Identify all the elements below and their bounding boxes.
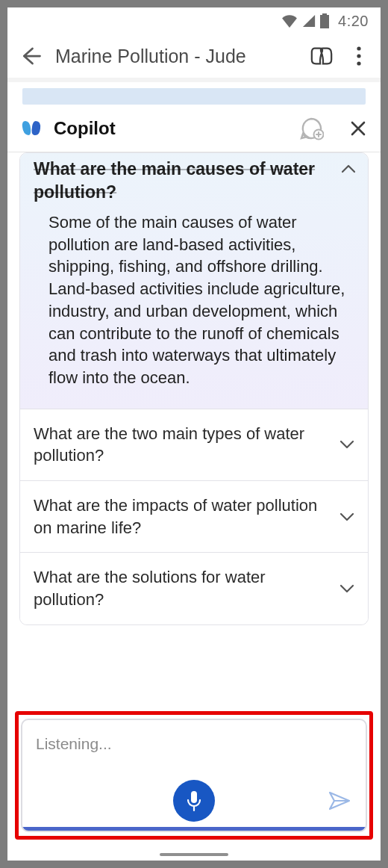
svg-point-2 <box>357 46 360 50</box>
chevron-up-icon[interactable] <box>341 164 356 174</box>
prompt-placeholder: Listening... <box>36 735 352 753</box>
clock-text: 4:20 <box>338 13 369 30</box>
overflow-menu-button[interactable] <box>348 40 370 72</box>
qa-item-collapsed[interactable]: What are the two main types of water pol… <box>20 409 368 480</box>
svg-point-4 <box>357 61 360 65</box>
microphone-button[interactable] <box>173 780 215 822</box>
prompt-input[interactable]: Listening... <box>21 719 367 832</box>
svg-rect-1 <box>322 13 327 16</box>
document-peek <box>7 82 381 105</box>
copilot-bar: Copilot <box>7 105 381 152</box>
svg-rect-6 <box>191 791 197 803</box>
qa-answer: Some of the main causes of water polluti… <box>34 211 354 389</box>
app-header: Marine Pollution - Jude <box>7 34 381 78</box>
wifi-icon <box>281 14 298 28</box>
chevron-down-icon <box>340 583 354 594</box>
qa-item-collapsed[interactable]: What are the impacts of water pollution … <box>20 480 368 552</box>
back-button[interactable] <box>16 42 45 70</box>
new-chat-icon[interactable] <box>298 116 324 141</box>
battery-icon <box>320 13 329 28</box>
signal-icon <box>302 14 316 28</box>
copilot-logo-icon <box>19 117 43 140</box>
send-button[interactable] <box>327 787 354 814</box>
svg-rect-0 <box>320 15 329 28</box>
input-focus-underline <box>22 827 366 831</box>
qa-question: What are the impacts of water pollution … <box>34 495 332 539</box>
document-title: Marine Pollution - Jude <box>55 46 295 67</box>
close-copilot-button[interactable] <box>348 118 369 139</box>
qa-question: What are the solutions for water polluti… <box>34 566 332 610</box>
qa-question: What are the two main types of water pol… <box>34 423 332 467</box>
svg-point-3 <box>357 54 360 58</box>
copilot-header-icon[interactable] <box>306 40 337 72</box>
qa-item-collapsed[interactable]: What are the solutions for water polluti… <box>20 552 368 624</box>
copilot-title: Copilot <box>54 118 288 139</box>
qa-card: What are the main causes of water pollut… <box>19 152 369 625</box>
home-indicator <box>160 853 228 856</box>
qa-item-expanded[interactable]: What are the main causes of water pollut… <box>20 153 368 409</box>
chevron-down-icon <box>340 439 354 450</box>
status-bar: 4:20 <box>7 7 381 34</box>
chevron-down-icon <box>340 512 354 522</box>
qa-question-expanded: What are the main causes of water pollut… <box>34 158 338 204</box>
